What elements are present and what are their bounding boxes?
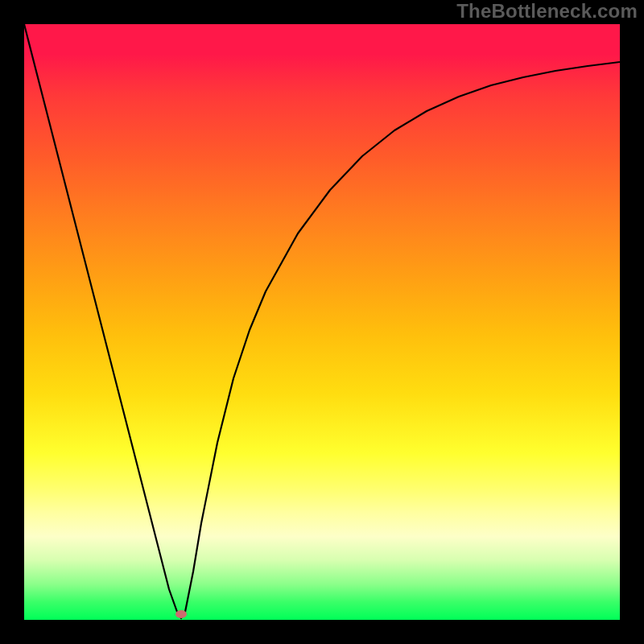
- plot-area: [24, 24, 620, 620]
- watermark-text: TheBottleneck.com: [456, 0, 638, 23]
- chart-frame: TheBottleneck.com: [0, 0, 644, 644]
- bottleneck-curve: [24, 24, 620, 620]
- minimum-marker-icon: [175, 610, 187, 618]
